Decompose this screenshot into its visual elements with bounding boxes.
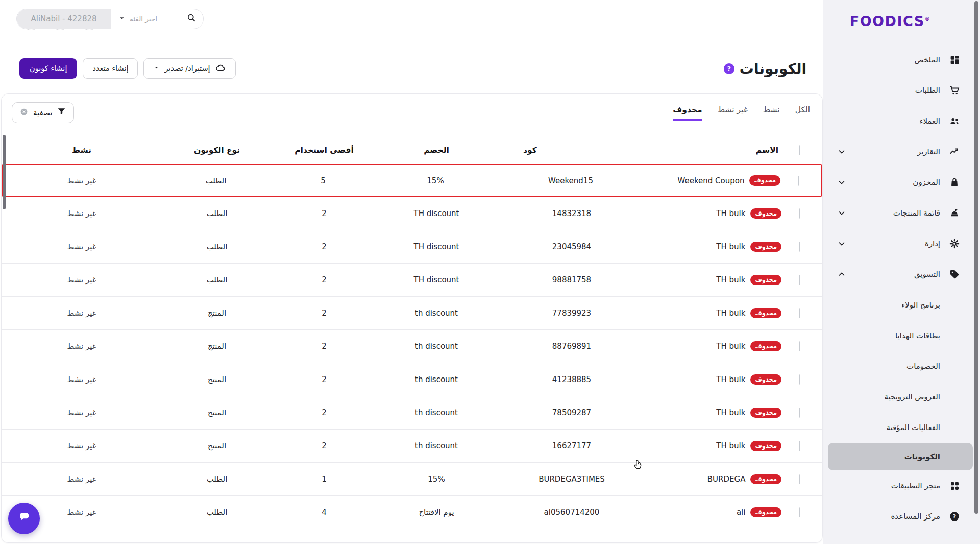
sidebar-item-orders[interactable]: الطلبات	[823, 75, 980, 106]
coupon-code: 23045984	[508, 242, 635, 251]
row-checkbox[interactable]	[799, 275, 800, 285]
coupon-discount: 15%	[364, 176, 507, 185]
sidebar-item-promotions[interactable]: العروض الترويجية	[823, 382, 980, 412]
import-export-button[interactable]: إستيراد/ تصدير	[143, 58, 235, 79]
table-row[interactable]: محذوفTH bulk 88769891 th discount 2 المن…	[2, 330, 822, 363]
coupon-max-usage: 2	[283, 342, 365, 351]
column-header-name: الاسم	[635, 146, 789, 155]
sidebar-sub-label: العروض الترويجية	[884, 392, 940, 401]
tab-deleted[interactable]: محذوف	[673, 105, 702, 121]
table-row[interactable]: محذوفTH bulk 98881758 TH discount 2 الطل…	[2, 264, 822, 297]
deleted-badge: محذوف	[749, 175, 780, 186]
filter-button[interactable]: تصفية	[12, 102, 74, 123]
table-scrollbar-thumb[interactable]	[3, 135, 6, 209]
column-header-max-usage: أقصى استخدام	[283, 146, 365, 155]
caret-down-icon[interactable]	[118, 14, 126, 24]
settings-gear-icon	[948, 238, 961, 250]
coupon-status: غير نشط	[13, 342, 151, 351]
tab-all[interactable]: الكل	[795, 105, 810, 121]
create-coupon-label: إنشاء كوبون	[30, 64, 67, 73]
table-row[interactable]: محذوفBURDEGA BURDEGA3TIMES 15% 1 الطلب غ…	[2, 463, 822, 496]
table-row[interactable]: محذوفWeekend Coupon Weekend15 15% 5 الطل…	[2, 164, 822, 197]
coupon-type: الطلب	[151, 475, 283, 484]
column-header-active: نشط	[13, 146, 151, 155]
deleted-badge: محذوف	[750, 308, 781, 319]
deleted-badge: محذوف	[750, 374, 781, 385]
coupon-type: المنتج	[151, 441, 283, 451]
row-checkbox[interactable]	[799, 507, 800, 517]
caret-down-icon	[153, 64, 160, 73]
sidebar-item-discounts[interactable]: الخصومات	[823, 351, 980, 382]
coupon-status: غير نشط	[13, 242, 151, 251]
coupon-max-usage: 2	[283, 408, 365, 417]
tab-inactive[interactable]: غير نشط	[718, 105, 748, 121]
row-checkbox[interactable]	[799, 441, 800, 451]
table-row[interactable]: محذوفTH bulk 23045984 TH discount 2 الطل…	[2, 230, 822, 264]
row-checkbox[interactable]	[799, 341, 800, 351]
sidebar-item-coupons[interactable]: الكوبونات	[828, 443, 973, 470]
category-search-input[interactable]	[126, 15, 183, 23]
sidebar-item-manage[interactable]: إدارة	[823, 228, 980, 259]
cloud-icon	[215, 62, 226, 75]
sidebar-item-customers[interactable]: العملاء	[823, 106, 980, 136]
create-coupon-button[interactable]: إنشاء كوبون	[19, 58, 77, 79]
coupon-type: المنتج	[151, 342, 283, 351]
coupon-discount: th discount	[365, 309, 508, 318]
coupon-code: Weekend15	[507, 176, 634, 185]
coupon-max-usage: 5	[282, 176, 364, 185]
dashboard-icon	[948, 54, 961, 66]
row-checkbox[interactable]	[799, 208, 800, 219]
page-scrollbar-thumb[interactable]	[974, 1, 978, 514]
coupon-type: المنتج	[151, 309, 283, 318]
branch-selector[interactable]: AliNabil - 422828	[17, 9, 111, 29]
cart-icon	[948, 84, 961, 97]
sidebar-item-timed-events[interactable]: الفعاليات المؤقتة	[823, 412, 980, 443]
search-icon	[186, 13, 197, 25]
coupon-type: الطلب	[151, 508, 283, 517]
row-checkbox[interactable]	[798, 176, 799, 186]
sidebar-item-gift-cards[interactable]: بطاقات الهدايا	[823, 320, 980, 351]
row-checkbox[interactable]	[799, 242, 800, 252]
column-header-discount: الخصم	[365, 146, 508, 155]
sidebar-item-inventory[interactable]: المخزون	[823, 167, 980, 198]
row-checkbox[interactable]	[799, 408, 800, 418]
sidebar-item-summary[interactable]: الملخص	[823, 44, 980, 75]
table-row[interactable]: محذوفTH bulk 77839923 th discount 2 المن…	[2, 297, 822, 330]
table-row[interactable]: محذوفTH bulk 41238885 th discount 2 المن…	[2, 363, 822, 396]
sidebar-item-marketing[interactable]: التسويق	[823, 259, 980, 290]
deleted-badge: محذوف	[750, 474, 781, 485]
marketing-tag-icon	[948, 268, 961, 280]
sidebar-item-loyalty[interactable]: برنامج الولاء	[823, 290, 980, 320]
clear-filter-icon[interactable]	[19, 107, 29, 119]
page-scrollbar[interactable]	[973, 0, 980, 544]
foodics-logo: FOODICS®	[823, 0, 980, 31]
table-row[interactable]: محذوفTH bulk 78509287 th discount 2 المن…	[2, 396, 822, 430]
topbar: AliNabil - 422828	[0, 0, 823, 41]
sidebar-sub-label: الخصومات	[906, 362, 940, 371]
coupon-max-usage: 2	[283, 309, 365, 318]
coupon-code: al0560714200	[508, 508, 635, 517]
sidebar-item-app-store[interactable]: متجر التطبيقات	[823, 470, 980, 501]
row-checkbox[interactable]	[799, 374, 800, 385]
sidebar-item-reports[interactable]: التقارير	[823, 136, 980, 167]
sidebar-item-label: التقارير	[917, 147, 940, 156]
title-help-icon[interactable]: ?	[724, 63, 734, 74]
deleted-badge: محذوف	[750, 275, 781, 286]
sidebar-item-products[interactable]: قائمة المنتجات	[823, 198, 980, 228]
table-row[interactable]: محذوفali al0560714200 يوم الافتتاح 4 الط…	[2, 496, 822, 529]
bulk-create-button[interactable]: إنشاء متعدد	[83, 58, 138, 79]
sidebar-sub-label: الكوبونات	[904, 452, 940, 461]
coupon-discount: TH discount	[365, 242, 508, 251]
table-row[interactable]: محذوفTH bulk 16627177 th discount 2 المن…	[2, 430, 822, 463]
sidebar-item-label: إدارة	[925, 239, 940, 248]
row-checkbox[interactable]	[799, 308, 800, 318]
sidebar-item-help-center[interactable]: ? مركز المساعدة	[823, 501, 980, 532]
funnel-icon	[57, 107, 66, 119]
row-checkbox[interactable]	[799, 474, 800, 484]
table-row[interactable]: محذوفTH bulk 14832318 TH discount 2 الطل…	[2, 197, 822, 230]
chevron-down-icon	[837, 208, 846, 218]
select-all-checkbox[interactable]	[799, 145, 800, 155]
chat-widget-button[interactable]	[8, 503, 40, 534]
sidebar-sub-label: الفعاليات المؤقتة	[886, 423, 940, 432]
tab-active[interactable]: نشط	[763, 105, 780, 121]
